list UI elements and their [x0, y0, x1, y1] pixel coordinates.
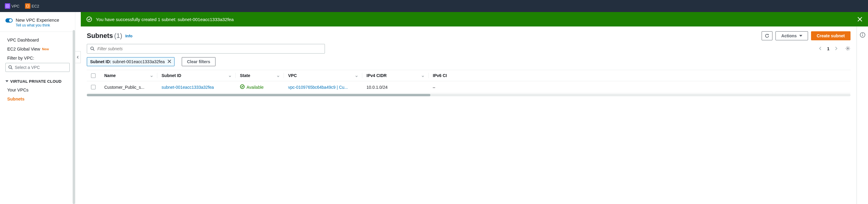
- svg-line-9: [93, 49, 94, 50]
- feedback-link[interactable]: Tell us what you think: [16, 23, 59, 27]
- th-vpc[interactable]: VPC: [288, 73, 297, 78]
- svg-point-16: [862, 34, 863, 34]
- svg-point-5: [87, 17, 92, 22]
- sidebar-item-label: EC2 Global View: [7, 47, 40, 52]
- refresh-button[interactable]: [762, 31, 772, 40]
- sort-icon[interactable]: [228, 73, 231, 78]
- search-input[interactable]: [97, 46, 321, 51]
- actions-button[interactable]: Actions: [775, 31, 808, 40]
- vpc-select-placeholder: Select a VPC: [15, 65, 40, 70]
- nav-service-label: EC2: [32, 4, 39, 8]
- row-checkbox[interactable]: [91, 85, 96, 89]
- page-header: Subnets (1) Info Actions Create s: [87, 31, 850, 40]
- available-icon: [240, 84, 245, 90]
- info-link[interactable]: Info: [125, 34, 133, 38]
- nav-service-vpc[interactable]: VPC: [3, 2, 22, 10]
- pager-next[interactable]: [834, 46, 838, 52]
- filter-by-vpc-label: Filter by VPC:: [0, 54, 75, 62]
- clear-filters-button[interactable]: Clear filters: [182, 57, 215, 66]
- cell-vpc-link[interactable]: vpc-0109765bc64ba49c9 | Cu...: [288, 85, 348, 90]
- cell-subnet-id-link[interactable]: subnet-001eacc1333a32fea: [161, 85, 214, 90]
- cell-state: Available: [247, 85, 264, 90]
- banner-message: You have successfully created 1 subnet: …: [96, 17, 854, 22]
- top-nav: VPC EC2: [0, 0, 868, 12]
- svg-point-1: [7, 6, 8, 7]
- create-subnet-button[interactable]: Create subnet: [811, 31, 850, 40]
- sidebar-scrollbar[interactable]: [73, 30, 75, 204]
- info-panel-toggle[interactable]: [857, 27, 868, 204]
- nav-service-ec2[interactable]: EC2: [23, 2, 41, 10]
- pager-page: 1: [827, 46, 830, 51]
- sort-icon[interactable]: [421, 73, 424, 78]
- new-badge: New: [42, 47, 49, 51]
- ec2-service-icon: [25, 3, 30, 9]
- banner-close-button[interactable]: [857, 16, 863, 22]
- search-icon: [90, 46, 95, 51]
- success-check-icon: [86, 16, 92, 22]
- sidebar-item-ec2-global[interactable]: EC2 Global View New: [0, 44, 75, 54]
- experience-title: New VPC Experience: [16, 18, 59, 23]
- vpc-select[interactable]: Select a VPC: [5, 63, 70, 72]
- search-icon: [8, 65, 13, 70]
- cell-ipv4: 10.0.1.0/24: [362, 81, 429, 93]
- sidebar-item-dashboard[interactable]: VPC Dashboard: [0, 35, 75, 44]
- sidebar-item-subnets[interactable]: Subnets: [0, 95, 75, 103]
- svg-point-10: [847, 47, 849, 49]
- nav-service-label: VPC: [11, 4, 20, 8]
- pager-prev[interactable]: [818, 46, 822, 52]
- svg-point-8: [91, 47, 93, 49]
- horizontal-scrollbar[interactable]: [87, 94, 850, 96]
- svg-point-3: [9, 66, 11, 68]
- section-header-vpc[interactable]: VIRTUAL PRIVATE CLOUD: [0, 76, 75, 86]
- gear-icon: [845, 46, 850, 51]
- th-ipv6[interactable]: IPv6 CI: [433, 73, 447, 78]
- caret-down-icon: [799, 35, 802, 37]
- th-ipv4[interactable]: IPv4 CIDR: [367, 73, 387, 78]
- caret-down-icon: [5, 80, 8, 82]
- th-name[interactable]: Name: [104, 73, 116, 78]
- refresh-icon: [765, 34, 769, 38]
- sort-icon[interactable]: [277, 73, 280, 78]
- page-count: (1): [114, 32, 122, 40]
- sidebar: New VPC Experience Tell us what you thin…: [0, 12, 75, 204]
- chip-key: Subnet ID:: [90, 59, 111, 64]
- page-title: Subnets: [87, 32, 113, 40]
- cell-name: Customer_Public_s...: [100, 81, 157, 93]
- new-experience-toggle-row: New VPC Experience Tell us what you thin…: [0, 15, 75, 32]
- table-row[interactable]: Customer_Public_s... subnet-001eacc1333a…: [87, 81, 850, 93]
- chip-remove-button[interactable]: [167, 59, 171, 64]
- sidebar-item-your-vpcs[interactable]: Your VPCs: [0, 86, 75, 95]
- experience-toggle[interactable]: [5, 19, 13, 23]
- sort-icon[interactable]: [150, 73, 153, 78]
- sort-icon[interactable]: [355, 73, 358, 78]
- sidebar-collapse-handle[interactable]: [75, 51, 81, 63]
- section-header-label: VIRTUAL PRIVATE CLOUD: [10, 79, 61, 83]
- subnets-table: Name Subnet ID State VPC IPv4 CIDR IPv6 …: [87, 70, 850, 93]
- filter-chip: Subnet ID: subnet-001eacc1333a32fea: [87, 57, 175, 66]
- th-state[interactable]: State: [240, 73, 250, 78]
- th-subnet-id[interactable]: Subnet ID: [161, 73, 181, 78]
- vpc-service-icon: [5, 3, 10, 9]
- cell-ipv6: –: [429, 81, 850, 93]
- info-icon: [860, 32, 866, 38]
- svg-line-4: [11, 68, 12, 69]
- pager: 1: [818, 46, 850, 52]
- actions-label: Actions: [781, 33, 797, 38]
- success-banner: You have successfully created 1 subnet: …: [81, 12, 868, 27]
- search-box[interactable]: [87, 44, 325, 54]
- select-all-checkbox[interactable]: [91, 73, 96, 78]
- settings-button[interactable]: [845, 46, 850, 52]
- create-subnet-label: Create subnet: [817, 33, 845, 38]
- svg-rect-2: [27, 5, 29, 7]
- chip-value: subnet-001eacc1333a32fea: [113, 59, 165, 64]
